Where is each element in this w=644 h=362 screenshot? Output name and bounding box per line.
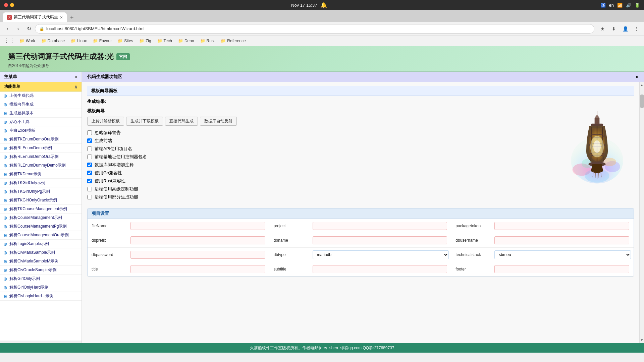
scroll-thumb[interactable] [640, 95, 644, 108]
sidebar-item[interactable]: ⊕解析GirlOnlyHard示例 [0, 283, 82, 292]
tab-close-btn[interactable]: × [60, 15, 63, 20]
sidebar-item[interactable]: ⊕解析RLEnumDummyDemo示例 [0, 161, 82, 170]
sidebar-item[interactable]: ⊕解析TKGirlOnlyPg示例 [0, 187, 82, 196]
panel-header-label: 代码生成器功能区 [87, 74, 122, 80]
bookmark-rust[interactable]: 📁Rust [198, 38, 218, 44]
bookmark-star-btn[interactable]: ★ [598, 24, 607, 34]
bookmark-zig[interactable]: 📁Zig [137, 38, 154, 44]
window-controls[interactable] [4, 3, 14, 7]
sidebar-item-label: 解析GirlOnly示例 [9, 276, 40, 282]
sidebar-item[interactable]: ⊕解析CivMariaSampleM示例 [0, 257, 82, 266]
settings-field-subtitle[interactable] [313, 265, 447, 273]
sidebar-item[interactable]: ⊕解析TKEnumDemoOra示例 [0, 135, 82, 144]
right-scrollbar[interactable]: ▲ ▼ [639, 82, 644, 343]
page-title-row: 第三代动词算子式代码生成器:光 官网 [8, 52, 636, 62]
minimize-btn[interactable] [10, 3, 14, 7]
sidebar-item[interactable]: ⊕空白Excel模板 [0, 126, 82, 135]
settings-select-technicalstack[interactable]: sbmeusbmesbm [494, 250, 631, 259]
page-main-title: 第三代动词算子式代码生成器:光 [8, 52, 114, 62]
checkbox-ignore-compile[interactable] [87, 130, 92, 135]
settings-label-dbprefix: dbprefix [88, 233, 128, 248]
bookmark-deno[interactable]: 📁Deno [175, 38, 197, 44]
folder-icon: 📁 [221, 39, 226, 43]
sidebar-item[interactable]: ⊕解析GirlOnly示例 [0, 275, 82, 283]
sidebar-item[interactable]: ⊕解析CourseManagementOra示例 [0, 231, 82, 240]
sidebar-item[interactable]: ⊕解析TKDemo示例 [0, 170, 82, 179]
panel-header: 代码生成器功能区 » [82, 72, 644, 82]
sidebar-item[interactable]: ⊕解析LoginSample示例 [0, 240, 82, 248]
bookmark-work[interactable]: 📁Work [17, 38, 38, 44]
sidebar-section-toggle[interactable]: ∧ [74, 84, 77, 89]
sidebar-item[interactable]: ⊕解析RLEnumDemoOra示例 [0, 153, 82, 161]
checkbox-use-go-compat[interactable] [87, 171, 92, 175]
new-tab-button[interactable]: + [67, 13, 76, 22]
sidebar-item[interactable]: ⊕解析CivLoginHard...示例 [0, 292, 82, 301]
settings-field-title[interactable] [130, 265, 265, 273]
close-btn[interactable] [4, 3, 8, 7]
sidebar-collapse-btn[interactable]: « [74, 74, 77, 80]
settings-field-packagetoken[interactable] [494, 222, 629, 230]
checkbox-backend-advanced[interactable] [87, 187, 92, 191]
sidebar-item[interactable]: ⊕解析CourseManagementPg示例 [0, 222, 82, 231]
settings-field-fileName[interactable] [130, 222, 265, 230]
bookmark-database[interactable]: 📁Database [39, 38, 67, 44]
settings-field-dbprefix[interactable] [130, 236, 265, 244]
wizard-btn-upload-parse[interactable]: 上传并解析模板 [87, 117, 124, 126]
url-box[interactable]: 🔒 localhost:8080/LightSBMEU/html/excelWi… [35, 24, 594, 34]
download-btn[interactable]: ⬇ [609, 24, 619, 34]
menu-btn[interactable]: ⋮ [632, 24, 641, 34]
notification-icon[interactable]: 🔔 [320, 2, 327, 8]
settings-select-dbtype[interactable]: mariadbmysqlpostgresqloraclemssql [313, 250, 449, 259]
bookmark-sites[interactable]: 📁Sites [115, 38, 136, 44]
sidebar-item[interactable]: ⊕解析CivMariaSample示例 [0, 248, 82, 257]
checkbox-item-frontend-api-project: 前端API使用项目名 [87, 146, 555, 152]
scroll-down-arrow[interactable]: ▼ [639, 337, 644, 343]
folder-icon: 📁 [41, 39, 46, 43]
bookmark-linux[interactable]: 📁Linux [68, 38, 90, 44]
bookmark-reference[interactable]: 📁Reference [218, 38, 248, 44]
settings-field-dbname[interactable] [313, 236, 447, 244]
bookmark-favour[interactable]: 📁Favour [90, 38, 114, 44]
sidebar-item[interactable]: ⊕解析CourseManagement示例 [0, 214, 82, 222]
panel-collapse-icon[interactable]: » [636, 74, 639, 80]
reload-button[interactable]: ↻ [24, 24, 34, 34]
settings-field-footer[interactable] [494, 265, 629, 273]
sidebar-item-label: 解析CivMariaSampleM示例 [9, 258, 58, 264]
forward-button[interactable]: › [13, 24, 23, 34]
checkbox-item-use-go-compat: 使用Go兼容性 [87, 170, 555, 176]
sidebar-item[interactable]: ⊕贴心小工具 [0, 118, 82, 126]
checkbox-backend-partial[interactable] [87, 195, 92, 199]
sidebar-item[interactable]: ⊕解析CivOracleSample示例 [0, 266, 82, 275]
sidebar-item[interactable]: ⊕上传生成代码 [0, 92, 82, 100]
settings-input-cell-dbpassword [128, 248, 270, 262]
scroll-up-arrow[interactable]: ▲ [639, 82, 644, 88]
checkbox-use-rust-compat[interactable] [87, 179, 92, 183]
profile-btn[interactable]: 👤 [621, 24, 630, 34]
apps-btn[interactable]: ⋮⋮ [3, 38, 16, 44]
plus-icon: ⊕ [3, 154, 7, 160]
checkbox-frontend-base-url[interactable] [87, 155, 92, 159]
settings-label-dbpassword: dbpassword [88, 248, 128, 262]
sidebar-item[interactable]: ⊕解析TKGirlOnlyOracle示例 [0, 196, 82, 205]
settings-field-dbusername[interactable] [494, 236, 629, 244]
checkbox-gen-frontend[interactable] [87, 138, 92, 143]
panel-content: 模板向导面板 生成结果: 模板向导 上传并解析模板生成并下载模板直接代码生成数据… [82, 82, 639, 343]
sidebar-item-label: 解析CourseManagementOra示例 [9, 232, 69, 238]
browser-tab-active[interactable]: 文 第三代动词算子式代码生 × [3, 12, 67, 22]
sidebar-item[interactable]: ⊕解析RLEnumDemo示例 [0, 144, 82, 153]
settings-field-dbpassword[interactable] [130, 251, 265, 259]
checkbox-db-script-comment[interactable] [87, 163, 92, 167]
settings-field-project[interactable] [313, 222, 447, 230]
bookmark-tech[interactable]: 📁Tech [155, 38, 175, 44]
wizard-btn-db-reflect[interactable]: 数据库自动反射 [200, 117, 237, 126]
back-button[interactable]: ‹ [3, 24, 12, 34]
sidebar-item[interactable]: ⊕解析TKCourseManagement示例 [0, 205, 82, 214]
sidebar-item[interactable]: ⊕解析TKGirlOnly示例 [0, 179, 82, 187]
plus-icon: ⊕ [3, 294, 7, 299]
wizard-btn-direct-gen[interactable]: 直接代码生成 [165, 117, 198, 126]
sidebar-item[interactable]: ⊕生成差异版本 [0, 109, 82, 118]
sidebar-scrollbar-x[interactable] [0, 341, 82, 343]
checkbox-frontend-api-project[interactable] [87, 146, 92, 151]
sidebar-item[interactable]: ⊕模板向导生成 [0, 100, 82, 109]
wizard-btn-gen-download[interactable]: 生成并下载模板 [126, 117, 163, 126]
